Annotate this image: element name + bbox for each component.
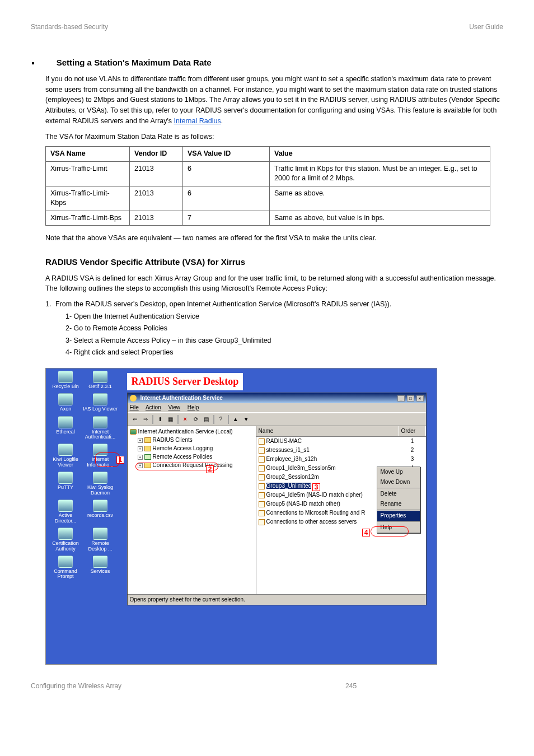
server-icon xyxy=(130,429,137,435)
step-number: 1. xyxy=(45,300,51,310)
internal-radius-link[interactable]: Internal Radius xyxy=(174,117,221,125)
desktop-icon-label: IAS Log Viewer xyxy=(83,407,118,412)
desktop-icon-label: Remote Desktop ... xyxy=(83,541,118,552)
post-note: Note that the above VSAs are equivalent … xyxy=(45,234,503,244)
desktop-icon[interactable]: PuTTY xyxy=(48,472,83,496)
ctx-properties[interactable]: Properties xyxy=(377,511,420,521)
list-item[interactable]: stressuses_i1_s12 xyxy=(256,446,426,455)
tree-item-clients[interactable]: RADIUS Clients xyxy=(153,437,193,443)
help-icon[interactable]: ? xyxy=(216,414,226,424)
expand-icon[interactable]: + xyxy=(138,455,143,460)
expand-icon[interactable]: + xyxy=(138,446,143,451)
desktop-icon[interactable]: Command Prompt xyxy=(48,556,83,580)
properties-icon[interactable]: ▦ xyxy=(166,414,176,424)
cell: 6 xyxy=(183,186,270,211)
sub-step-a: 1- Open the Internet Authentication Serv… xyxy=(65,312,503,322)
separator-icon xyxy=(213,415,214,424)
ctx-delete[interactable]: Delete xyxy=(377,489,420,499)
ias-list[interactable]: Name Order RADIUS-MAC1stressuses_i1_s12E… xyxy=(256,426,426,594)
step-1: 1. From the RADIUS server's Desktop, ope… xyxy=(55,300,503,310)
desktop-icon[interactable]: Kiwi Logfile Viewer xyxy=(48,444,83,468)
intro-step: A RADIUS VSA is defined for each Xirrus … xyxy=(45,273,503,295)
tree-item-logging[interactable]: Remote Access Logging xyxy=(153,445,213,451)
desktop-icon[interactable]: Kiwi Syslog Daemon xyxy=(83,472,118,496)
ctx-move-down[interactable]: Move Down xyxy=(377,477,420,487)
screenshot-figure: Recycle BinGetif 2.3.1AxonIAS Log Viewer… xyxy=(45,368,437,665)
list-item[interactable]: Employee_i3h_s12h3 xyxy=(256,455,426,464)
callout-2-oval xyxy=(135,463,218,470)
back-icon[interactable]: ⇐ xyxy=(130,414,140,424)
right-pane: RADIUS Server Desktop Internet Authentic… xyxy=(127,368,437,605)
list-cell-name: Employee_i3h_s12h xyxy=(256,455,399,464)
desktop-icon[interactable]: records.csv xyxy=(83,500,118,524)
desktop-icon[interactable]: Ethereal xyxy=(48,416,83,440)
expand-icon[interactable]: + xyxy=(138,438,143,443)
shortcut-icon xyxy=(93,371,107,383)
desktop-icon[interactable]: Active Director... xyxy=(48,500,83,524)
list-cell-name: stressuses_i1_s1 xyxy=(256,446,399,455)
section-paragraph: If you do not use VLANs to differentiate… xyxy=(45,74,503,127)
tree-root[interactable]: Internet Authentication Service (Local) xyxy=(138,428,233,435)
moveup-icon[interactable]: ▲ xyxy=(231,414,241,424)
desktop-icon[interactable]: Remote Desktop ... xyxy=(83,528,118,552)
list-header-order[interactable]: Order xyxy=(399,426,426,436)
section-p1-suffix: . xyxy=(221,117,223,125)
desktop-icon[interactable]: Certification Authority xyxy=(48,528,83,552)
movedown-icon[interactable]: ▼ xyxy=(241,414,251,424)
menu-file[interactable]: File xyxy=(130,404,139,410)
delete-icon[interactable]: × xyxy=(180,414,190,424)
forward-icon[interactable]: ⇒ xyxy=(140,414,151,424)
export-icon[interactable]: ▤ xyxy=(202,414,212,424)
desktop-icon[interactable]: Internet Authenticati... xyxy=(83,416,118,440)
shortcut-icon xyxy=(58,500,73,512)
list-cell-name: RADIUS-MAC xyxy=(256,437,399,446)
shortcut-icon xyxy=(58,371,73,383)
cell: 21013 xyxy=(130,161,183,186)
desktop-icon[interactable]: Recycle Bin xyxy=(48,371,83,389)
footer-page-number: 245 xyxy=(345,682,357,691)
cell: Xirrus-Traffic-Limit xyxy=(46,161,130,186)
desktop-icon[interactable]: Getif 2.3.1 xyxy=(83,371,118,389)
policy-icon xyxy=(259,456,265,463)
desktop-icon-label: Axon xyxy=(48,407,83,412)
steps-heading: RADIUS Vendor Specific Attribute (VSA) f… xyxy=(45,256,503,268)
cell: 6 xyxy=(183,161,270,186)
menu-action[interactable]: Action xyxy=(146,404,161,410)
ctx-rename[interactable]: Rename xyxy=(377,499,420,509)
tree-item-policies[interactable]: Remote Access Policies xyxy=(153,454,213,460)
desktop-icon[interactable]: Axon xyxy=(48,393,83,412)
ias-tree[interactable]: Internet Authentication Service (Local) … xyxy=(128,426,256,594)
policy-icon xyxy=(259,447,265,454)
separator-icon xyxy=(177,415,179,424)
maximize-icon[interactable]: □ xyxy=(407,395,414,402)
desktop-icon-label: Internet Authenticati... xyxy=(83,430,118,440)
menu-help[interactable]: Help xyxy=(188,404,199,410)
ias-titlebar[interactable]: Internet Authentication Service _ □ × xyxy=(128,393,426,403)
desktop-icon[interactable]: IAS Log Viewer xyxy=(83,393,118,412)
screenshot-title-label: RADIUS Server Desktop xyxy=(127,373,243,390)
list-header-name[interactable]: Name xyxy=(256,426,399,436)
ias-window[interactable]: Internet Authentication Service _ □ × Fi… xyxy=(127,393,427,605)
shortcut-icon xyxy=(93,528,107,540)
refresh-icon[interactable]: ⟳ xyxy=(191,414,201,424)
desktop-icon[interactable]: Services xyxy=(83,556,118,580)
up-icon[interactable]: ⬆ xyxy=(155,414,165,424)
cell: Traffic limit in Kbps for this station. … xyxy=(270,161,490,186)
menu-view[interactable]: View xyxy=(168,404,181,410)
minimize-icon[interactable]: _ xyxy=(397,395,405,402)
policy-icon xyxy=(259,501,265,507)
ctx-move-up[interactable]: Move Up xyxy=(377,467,420,477)
ias-menubar[interactable]: File Action View Help xyxy=(128,403,426,413)
policy-icon xyxy=(259,465,265,472)
context-menu[interactable]: Move Up Move Down Delete Rename Properti… xyxy=(377,466,420,533)
cell: 21013 xyxy=(130,211,183,226)
policy-icon xyxy=(259,519,265,525)
separator-icon xyxy=(152,415,153,424)
header-left: Standards-based Security xyxy=(31,23,108,31)
close-icon[interactable]: × xyxy=(416,395,424,402)
desktop-icon-label: Kiwi Syslog Daemon xyxy=(83,485,118,496)
desktop-icon-label: Getif 2.3.1 xyxy=(83,384,118,389)
list-item[interactable]: RADIUS-MAC1 xyxy=(256,437,426,446)
policy-icon xyxy=(259,510,265,516)
callout-3: 3 xyxy=(312,483,320,491)
